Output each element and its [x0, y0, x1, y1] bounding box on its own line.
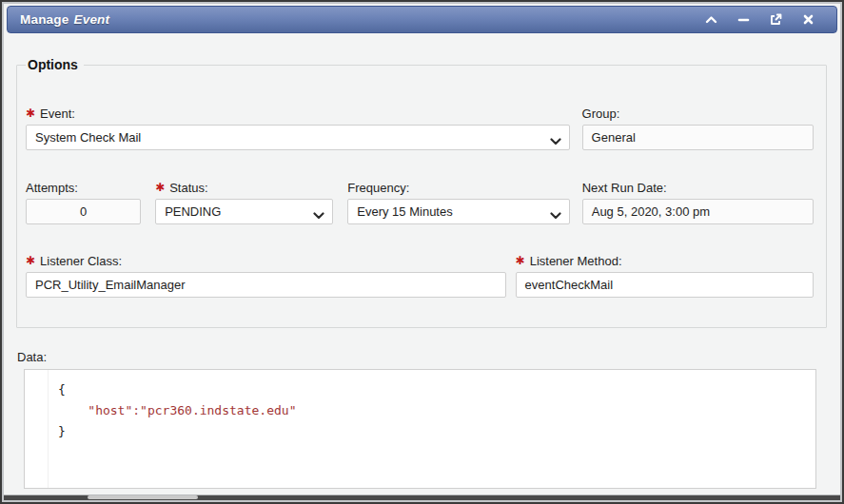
data-code-editor[interactable]: { "host":"pcr360.indstate.edu" } — [24, 369, 816, 489]
close-icon — [803, 14, 814, 25]
listener-method-label: Listener Method: — [516, 253, 814, 268]
form-row-3: Listener Class: PCR_Utility_EmailManager… — [26, 253, 814, 298]
status-value: PENDING — [165, 204, 221, 219]
required-icon — [26, 107, 35, 119]
status-label: Status: — [155, 180, 333, 195]
next-run-date-label: Next Run Date: — [582, 180, 814, 195]
frequency-value: Every 15 Minutes — [357, 204, 452, 219]
close-button[interactable] — [801, 12, 815, 27]
listener-method-input[interactable]: eventCheckMail — [516, 272, 814, 298]
chevron-up-icon — [705, 15, 717, 24]
next-run-date-value: Aug 5, 2020, 3:00 pm — [592, 204, 710, 219]
dialog-titlebar[interactable]: ManageEvent — [7, 6, 837, 33]
group-field-group: Group: General — [582, 106, 814, 150]
event-value: System Check Mail — [35, 130, 141, 145]
frequency-label: Frequency: — [347, 180, 569, 195]
options-section: Options Event: System Check Mail Group: — [16, 57, 827, 328]
window-controls — [704, 12, 815, 27]
event-dropdown[interactable]: System Check Mail — [26, 125, 570, 150]
status-field-group: Status: PENDING — [155, 180, 333, 224]
code-line: } — [25, 421, 815, 442]
event-label: Event: — [26, 106, 570, 121]
attempts-field[interactable]: 0 — [26, 199, 141, 224]
form-row-2: Attempts: 0 Status: PENDING — [26, 180, 814, 224]
listener-method-field-group: Listener Method: eventCheckMail — [516, 253, 814, 298]
listener-class-label: Listener Class: — [26, 253, 506, 268]
dialog-title-emphasis: Event — [73, 12, 109, 27]
collapse-button[interactable] — [704, 12, 718, 27]
attempts-label: Attempts: — [26, 180, 141, 195]
listener-class-input[interactable]: PCR_Utility_EmailManager — [26, 272, 506, 298]
next-run-date-field-group: Next Run Date: Aug 5, 2020, 3:00 pm — [582, 180, 814, 224]
external-link-icon — [770, 13, 782, 26]
status-dropdown[interactable]: PENDING — [155, 199, 333, 224]
next-run-date-field[interactable]: Aug 5, 2020, 3:00 pm — [582, 199, 814, 224]
options-legend: Options — [26, 57, 84, 72]
listener-class-field-group: Listener Class: PCR_Utility_EmailManager — [26, 253, 506, 298]
frequency-field-group: Frequency: Every 15 Minutes — [347, 180, 569, 224]
minimize-button[interactable] — [736, 12, 751, 27]
dialog-title: ManageEvent — [8, 12, 109, 27]
horizontal-scrollbar-thumb[interactable] — [88, 495, 198, 499]
group-field[interactable]: General — [582, 125, 814, 150]
frequency-dropdown[interactable]: Every 15 Minutes — [347, 199, 569, 224]
attempts-field-group: Attempts: 0 — [26, 180, 141, 224]
chevron-down-icon — [550, 208, 561, 223]
group-label: Group: — [582, 106, 814, 121]
manage-event-dialog: ManageEvent — [0, 0, 844, 504]
chevron-down-icon — [313, 208, 324, 223]
dialog-title-prefix: Manage — [20, 12, 69, 27]
form-row-1: Event: System Check Mail Group: General — [26, 106, 814, 150]
attempts-value: 0 — [80, 204, 87, 219]
group-value: General — [592, 130, 636, 145]
required-icon — [26, 255, 35, 266]
listener-method-value: eventCheckMail — [525, 278, 614, 292]
chevron-down-icon — [550, 134, 561, 148]
required-icon — [155, 182, 165, 193]
listener-class-value: PCR_Utility_EmailManager — [35, 278, 186, 292]
minus-icon — [737, 15, 750, 24]
event-field-group: Event: System Check Mail — [26, 106, 570, 150]
data-label: Data: — [17, 350, 47, 364]
required-icon — [516, 255, 525, 266]
code-line: "host":"pcr360.indstate.edu" — [25, 400, 815, 421]
code-line: { — [25, 379, 815, 400]
popout-button[interactable] — [769, 12, 783, 27]
